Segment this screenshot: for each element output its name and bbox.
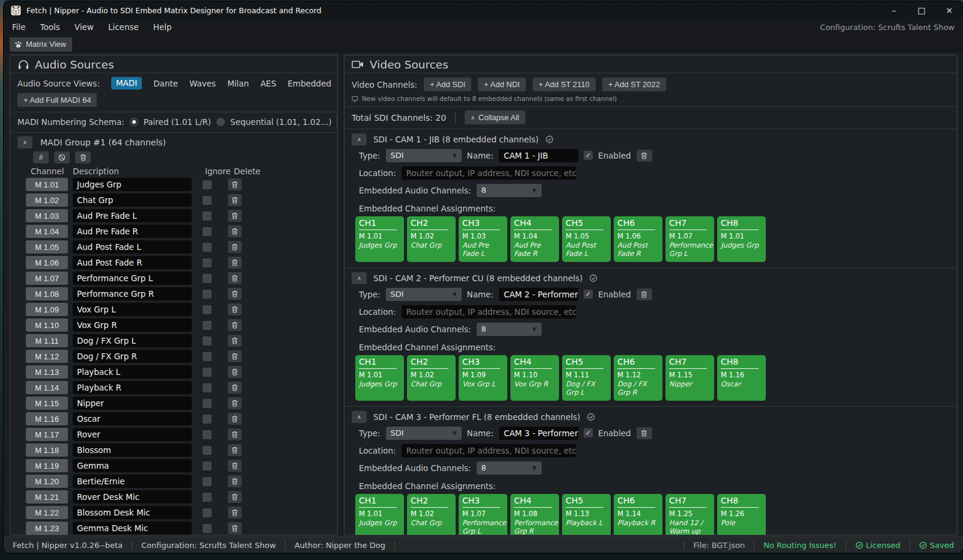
description-input[interactable]: Gemma Desk Mic bbox=[73, 522, 192, 535]
channel-badge[interactable]: M 1.05 bbox=[26, 240, 68, 254]
minimize-button[interactable]: – bbox=[880, 1, 908, 19]
delete-row-button[interactable] bbox=[228, 397, 242, 409]
ignore-checkbox[interactable] bbox=[203, 383, 212, 392]
channel-badge[interactable]: M 1.12 bbox=[26, 350, 68, 363]
add-full-madi-button[interactable]: + Add Full MADI 64 bbox=[17, 93, 97, 107]
embedded-audio-channels-select[interactable]: 8▼ bbox=[477, 461, 542, 475]
delete-row-button[interactable] bbox=[228, 522, 242, 534]
ignore-checkbox[interactable] bbox=[203, 227, 212, 236]
menu-help[interactable]: Help bbox=[153, 22, 172, 32]
embedded-channel-card[interactable]: CH6M 1.06Aud Post Fade R bbox=[614, 216, 662, 262]
delete-row-button[interactable] bbox=[228, 303, 242, 315]
embedded-channel-card[interactable]: CH5M 1.05Aud Post Fade L bbox=[562, 216, 611, 262]
embedded-audio-channels-select[interactable]: 8▼ bbox=[477, 184, 542, 197]
embedded-channel-card[interactable]: CH8M 1.01Judges Grp bbox=[717, 216, 766, 262]
channel-badge[interactable]: M 1.07 bbox=[26, 272, 68, 285]
delete-row-button[interactable] bbox=[228, 257, 242, 269]
embedded-channel-card[interactable]: CH2M 1.02Chat Grp bbox=[407, 494, 456, 535]
menu-file[interactable]: File bbox=[12, 22, 26, 32]
channel-badge[interactable]: M 1.03 bbox=[26, 209, 68, 222]
ignore-checkbox[interactable] bbox=[203, 461, 212, 470]
ignore-checkbox[interactable] bbox=[203, 212, 212, 221]
description-input[interactable]: Blossom bbox=[73, 443, 192, 457]
name-input[interactable]: CAM 1 - JIB bbox=[499, 149, 578, 162]
channel-badge[interactable]: M 1.17 bbox=[26, 428, 68, 441]
menu-tools[interactable]: Tools bbox=[40, 22, 60, 32]
audio-view-tab-madi[interactable]: MADI bbox=[111, 77, 142, 90]
channel-badge[interactable]: M 1.06 bbox=[26, 256, 68, 269]
embedded-channel-card[interactable]: CH4M 1.08Performance Grp R bbox=[510, 494, 559, 535]
ignore-checkbox[interactable] bbox=[203, 305, 212, 314]
delete-row-button[interactable] bbox=[228, 491, 242, 503]
audio-view-tab-embedded[interactable]: Embedded bbox=[287, 79, 331, 88]
delete-channel-button[interactable] bbox=[637, 150, 652, 162]
channel-badge[interactable]: M 1.09 bbox=[26, 303, 68, 316]
collapse-all-button[interactable]: ∧ Collapse All bbox=[465, 111, 525, 124]
description-input[interactable]: Gemma bbox=[73, 459, 192, 472]
delete-row-button[interactable] bbox=[228, 178, 242, 190]
description-input[interactable]: Performance Grp R bbox=[73, 287, 192, 300]
ignore-checkbox[interactable] bbox=[203, 196, 212, 205]
description-input[interactable]: Aud Post Fade L bbox=[73, 240, 192, 254]
tab-matrix-view[interactable]: Matrix View bbox=[10, 37, 72, 52]
audio-view-tab-aes[interactable]: AES bbox=[260, 79, 276, 88]
maximize-button[interactable]: □ bbox=[908, 1, 935, 19]
channel-badge[interactable]: M 1.19 bbox=[26, 459, 68, 472]
ignore-checkbox[interactable] bbox=[203, 493, 212, 502]
delete-channel-button[interactable] bbox=[637, 288, 652, 300]
delete-row-button[interactable] bbox=[228, 366, 242, 378]
delete-row-button[interactable] bbox=[228, 413, 242, 425]
ignore-all-button[interactable] bbox=[54, 151, 70, 163]
delete-row-button[interactable] bbox=[228, 507, 242, 519]
audio-view-tab-milan[interactable]: Milan bbox=[227, 79, 249, 88]
ignore-checkbox[interactable] bbox=[203, 336, 212, 345]
description-input[interactable]: Aud Pre Fade L bbox=[73, 209, 192, 222]
description-input[interactable]: Dog / FX Grp R bbox=[73, 350, 192, 363]
embedded-channel-card[interactable]: CH8M 1.26Pole bbox=[717, 494, 766, 535]
embedded-channel-card[interactable]: CH3M 1.09Vox Grp L bbox=[459, 355, 507, 401]
channel-badge[interactable]: M 1.18 bbox=[26, 443, 68, 457]
delete-row-button[interactable] bbox=[228, 460, 242, 472]
delete-row-button[interactable] bbox=[228, 350, 242, 362]
delete-row-button[interactable] bbox=[228, 210, 242, 222]
delete-row-button[interactable] bbox=[228, 288, 242, 300]
embedded-channel-card[interactable]: CH1M 1.01Judges Grp bbox=[355, 355, 404, 401]
channel-badge[interactable]: M 1.04 bbox=[26, 225, 68, 238]
embedded-channel-card[interactable]: CH2M 1.02Chat Grp bbox=[407, 216, 456, 262]
delete-row-button[interactable] bbox=[228, 382, 242, 394]
collapse-group-button[interactable]: ∧ bbox=[17, 136, 32, 148]
channel-badge[interactable]: M 1.01 bbox=[26, 178, 68, 191]
refresh-numbering-button[interactable]: ↻ bbox=[337, 115, 338, 129]
add-add-sdi-button[interactable]: + Add SDI bbox=[424, 78, 471, 91]
channel-badge[interactable]: M 1.20 bbox=[26, 475, 68, 488]
ignore-checkbox[interactable] bbox=[203, 446, 212, 455]
ignore-checkbox[interactable] bbox=[203, 508, 212, 517]
description-input[interactable]: Playback R bbox=[73, 381, 192, 394]
menu-view[interactable]: View bbox=[75, 22, 94, 32]
channel-badge[interactable]: M 1.16 bbox=[26, 412, 68, 425]
description-input[interactable]: Judges Grp bbox=[73, 178, 192, 191]
description-input[interactable]: Nipper bbox=[73, 397, 192, 410]
description-input[interactable]: Playback L bbox=[73, 365, 192, 379]
enabled-checkbox[interactable]: ✓ bbox=[584, 428, 593, 437]
embedded-channel-card[interactable]: CH5M 1.11Dog / FX Grp L bbox=[562, 355, 611, 401]
channel-badge[interactable]: M 1.15 bbox=[26, 397, 68, 410]
description-input[interactable]: Rover bbox=[73, 428, 192, 441]
channel-badge[interactable]: M 1.22 bbox=[26, 506, 68, 519]
embedded-channel-card[interactable]: CH7M 1.25Hand 12 / Warm up bbox=[665, 494, 714, 535]
channel-badge[interactable]: M 1.10 bbox=[26, 318, 68, 332]
type-select[interactable]: SDI▼ bbox=[386, 288, 462, 301]
type-select[interactable]: SDI▼ bbox=[386, 427, 462, 440]
embedded-channel-card[interactable]: CH6M 1.12Dog / FX Grp R bbox=[614, 355, 662, 401]
ignore-checkbox[interactable] bbox=[203, 477, 212, 486]
channel-badge[interactable]: M 1.02 bbox=[26, 193, 68, 207]
name-input[interactable]: CAM 2 - Performer CU bbox=[499, 288, 578, 301]
ignore-checkbox[interactable] bbox=[203, 368, 212, 377]
delete-row-button[interactable] bbox=[228, 444, 242, 456]
channel-badge[interactable]: M 1.08 bbox=[26, 287, 68, 300]
embedded-channel-card[interactable]: CH2M 1.02Chat Grp bbox=[407, 355, 456, 401]
embedded-audio-channels-select[interactable]: 8▼ bbox=[477, 323, 542, 336]
description-input[interactable]: Oscar bbox=[73, 412, 192, 425]
description-input[interactable]: Dog / FX Grp L bbox=[73, 334, 192, 347]
radio-paired[interactable] bbox=[130, 118, 138, 126]
